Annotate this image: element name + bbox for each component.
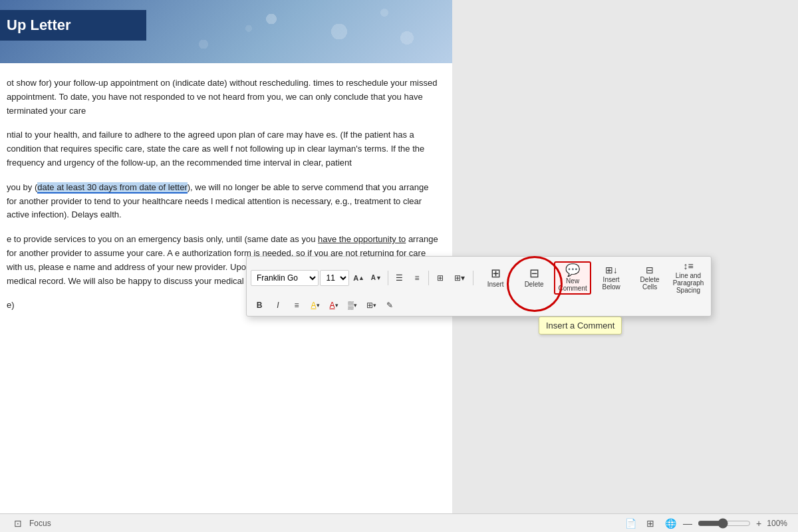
borders-button[interactable]: ⊞ ▾ <box>362 297 380 313</box>
tooltip-box: Insert a Comment <box>539 317 622 334</box>
document-title-banner: Up Letter <box>0 10 146 41</box>
document-title: Up Letter <box>7 17 71 33</box>
font-color-icon: A <box>329 301 334 310</box>
font-color-button[interactable]: A ▾ <box>325 297 342 313</box>
borders-icon: ⊞ <box>366 301 373 310</box>
underline-link-1: have the opportunity to <box>318 234 406 244</box>
delete-icon: ⊟ <box>529 267 539 279</box>
highlight-dropdown-icon: ▾ <box>317 302 320 309</box>
new-comment-icon: 💬 <box>565 264 580 276</box>
delete-cells-label: DeleteCells <box>640 276 660 291</box>
table-button-2[interactable]: ⊞▾ <box>450 270 469 286</box>
delete-label: Delete <box>525 281 544 288</box>
document-header-image: Up Letter <box>0 0 452 63</box>
insert-button[interactable]: ⊞ Insert <box>477 262 514 294</box>
view-multi-button[interactable]: ⊞ <box>643 516 658 531</box>
insert-below-icon: ⊞↓ <box>605 265 618 275</box>
font-size-select[interactable]: 11 <box>320 270 349 286</box>
tooltip-text: Insert a Comment <box>546 321 614 331</box>
bold-icon: B <box>257 301 263 310</box>
toolbar-separator-3 <box>473 271 473 285</box>
pen-icon: ✎ <box>386 301 393 310</box>
toolbar-row-1: Franklin Go 11 A▲ A▼ ☰ ≡ ⊞ ⊞▾ ⊞ Insert <box>251 259 707 296</box>
status-right: 📄 ⊞ 🌐 — + 100% <box>623 516 787 531</box>
status-bar: ⊡ Focus 📄 ⊞ 🌐 — + 100% <box>0 513 798 532</box>
italic-button[interactable]: I <box>269 297 287 313</box>
align-icon: ≡ <box>294 301 299 310</box>
table-icon-1: ⊞ <box>437 273 444 283</box>
bullets-button[interactable]: ☰ <box>392 270 408 286</box>
decrease-font-button[interactable]: A▼ <box>368 270 384 286</box>
decrease-font-icon: A <box>371 274 376 281</box>
focus-label: Focus <box>29 519 51 528</box>
delete-cells-button[interactable]: ⊟ DeleteCells <box>631 262 668 294</box>
focus-icon: ⊡ <box>14 518 22 529</box>
doc-paragraph-2: ntial to your health, and failure to adh… <box>7 128 439 170</box>
pen-button[interactable]: ✎ <box>381 297 398 313</box>
line-spacing-label: Line and Paragraph Spacing <box>672 272 705 294</box>
toolbar-separator-1 <box>388 271 388 285</box>
align-button[interactable]: ≡ <box>288 297 305 313</box>
view-web-icon: 🌐 <box>665 518 676 529</box>
delete-cells-icon: ⊟ <box>646 265 654 275</box>
table-icon-2: ⊞▾ <box>454 273 465 283</box>
toolbar-separator-2 <box>428 271 429 285</box>
numbering-button[interactable]: ≡ <box>409 270 425 286</box>
highlight-icon: A <box>311 301 316 310</box>
toolbar-row-2: B I ≡ A ▾ A ▾ ▒ ▾ ⊞ ▾ ✎ <box>251 297 707 313</box>
increase-font-icon: A <box>353 274 358 282</box>
focus-button[interactable]: ⊡ <box>11 516 25 531</box>
new-comment-label: NewComment <box>558 277 587 292</box>
floating-toolbar: Franklin Go 11 A▲ A▼ ☰ ≡ ⊞ ⊞▾ ⊞ Insert <box>246 256 712 317</box>
shading-button[interactable]: ▒ ▾ <box>344 297 361 313</box>
doc-paragraph-3: you by (date at least 30 days from date … <box>7 181 439 222</box>
table-button-1[interactable]: ⊞ <box>432 270 448 286</box>
zoom-slider[interactable] <box>698 518 751 529</box>
view-web-button[interactable]: 🌐 <box>663 516 678 531</box>
insert-below-button[interactable]: ⊞↓ InsertBelow <box>593 262 630 294</box>
insert-label: Insert <box>487 281 504 288</box>
highlight-button[interactable]: A ▾ <box>307 297 324 313</box>
line-spacing-icon: ↕≡ <box>683 261 693 271</box>
insert-below-label: InsertBelow <box>602 276 620 291</box>
zoom-minus: — <box>683 518 692 529</box>
view-page-icon: 📄 <box>625 518 636 529</box>
highlighted-phrase: date at least 30 days from date of lette… <box>37 182 187 194</box>
new-comment-button[interactable]: 💬 NewComment <box>554 261 591 295</box>
view-page-button[interactable]: 📄 <box>623 516 638 531</box>
view-multi-icon: ⊞ <box>646 518 654 529</box>
font-name-select[interactable]: Franklin Go <box>251 270 319 286</box>
line-spacing-button[interactable]: ↕≡ Line and Paragraph Spacing <box>670 259 707 296</box>
shading-icon: ▒ <box>348 301 354 310</box>
status-left-icons: ⊡ Focus <box>11 516 51 531</box>
doc-paragraph-1: ot show for) your follow-up appointment … <box>7 76 439 118</box>
delete-button[interactable]: ⊟ Delete <box>515 262 553 294</box>
numbering-icon: ≡ <box>415 273 420 283</box>
zoom-percent: 100% <box>767 519 787 528</box>
bold-button[interactable]: B <box>251 297 268 313</box>
increase-font-button[interactable]: A▲ <box>350 270 366 286</box>
font-color-dropdown-icon: ▾ <box>335 302 338 309</box>
italic-icon: I <box>277 301 279 310</box>
zoom-plus: + <box>756 518 761 529</box>
bullets-icon: ☰ <box>396 273 403 283</box>
insert-icon: ⊞ <box>491 267 501 279</box>
